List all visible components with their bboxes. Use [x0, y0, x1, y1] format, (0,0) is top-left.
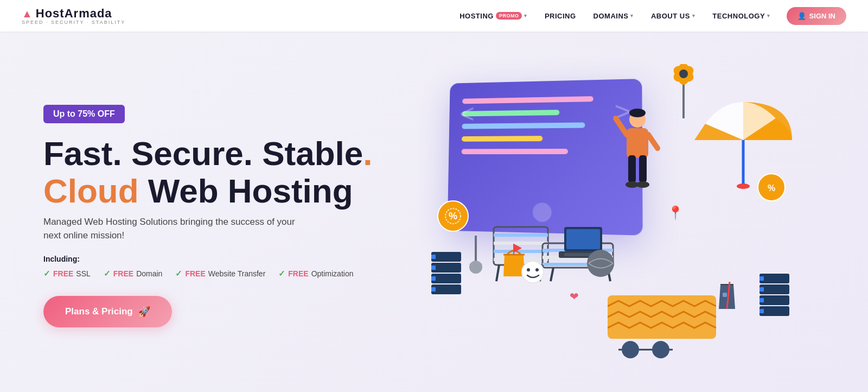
feature-optimization: ✓ FREE Optimization — [278, 269, 353, 279]
hero-section: Up to 75% OFF Fast. Secure. Stable. Clou… — [0, 31, 868, 392]
svg-rect-45 — [760, 287, 764, 292]
svg-text:%: % — [768, 184, 775, 193]
title-cloud: Cloud — [43, 172, 148, 210]
signin-label: SIGN IN — [809, 12, 835, 20]
svg-rect-43 — [760, 276, 764, 281]
check-icon: ✓ — [278, 269, 285, 279]
svg-rect-47 — [760, 298, 764, 302]
svg-point-57 — [587, 250, 614, 277]
svg-rect-44 — [760, 284, 789, 294]
svg-rect-10 — [639, 155, 647, 182]
feature-ssl: ✓ FREE SSL — [43, 269, 91, 279]
discount-badge: Up to 75% OFF — [43, 105, 125, 123]
hero-illustration: < > % — [391, 59, 825, 374]
svg-rect-48 — [760, 306, 789, 316]
svg-rect-56 — [608, 295, 716, 339]
server-stack-left — [429, 252, 464, 303]
navbar: ▲ HostArmada Speed · Security · Stabilit… — [0, 0, 868, 31]
shovel-decoration — [467, 236, 486, 276]
drink-cup — [716, 282, 738, 314]
svg-rect-46 — [760, 295, 789, 305]
svg-rect-37 — [431, 265, 436, 270]
nav-pricing-label: PRICING — [545, 12, 576, 20]
feature-transfer: ✓ FREE Website Transfer — [175, 269, 265, 279]
beach-ball — [586, 249, 616, 281]
nav-about[interactable]: ABOUT US ▾ — [644, 9, 701, 23]
logo-text: ▲ HostArmada — [22, 7, 112, 21]
svg-rect-40 — [431, 284, 461, 294]
features-row: ✓ FREE SSL ✓ FREE Domain ✓ FREE Website … — [43, 269, 391, 279]
rocket-icon: 🚀 — [138, 306, 150, 318]
svg-rect-51 — [566, 229, 600, 249]
plans-pricing-button[interactable]: Plans & Pricing 🚀 — [43, 296, 172, 327]
svg-rect-36 — [431, 263, 461, 273]
free-ssl-label: FREE — [53, 269, 73, 278]
svg-point-60 — [535, 268, 539, 271]
code-line — [462, 122, 585, 129]
transfer-text: Website Transfer — [208, 269, 266, 278]
svg-point-18 — [679, 69, 688, 78]
logo-icon: ▲ — [22, 8, 33, 20]
chevron-down-icon: ▾ — [692, 13, 695, 18]
nav-about-label: ABOUT US — [651, 12, 690, 20]
svg-line-8 — [648, 135, 658, 148]
hero-content: Up to 75% OFF Fast. Secure. Stable. Clou… — [43, 105, 391, 327]
nav-technology-label: TECHNOLOGY — [712, 12, 765, 20]
bracket-left-icon: < — [459, 98, 475, 129]
svg-rect-67 — [723, 293, 727, 297]
svg-rect-9 — [628, 155, 636, 182]
promo-badge: PROMO — [496, 12, 522, 20]
free-transfer-label: FREE — [185, 269, 205, 278]
gear-badge-left: % — [437, 200, 469, 235]
nav-technology[interactable]: TECHNOLOGY ▾ — [706, 9, 776, 23]
code-line — [462, 110, 560, 116]
svg-rect-35 — [431, 255, 436, 259]
hero-subtitle: Managed Web Hosting Solutions bringing t… — [43, 215, 304, 243]
free-optimization-label: FREE — [288, 269, 308, 278]
chevron-down-icon: ▾ — [524, 13, 527, 18]
gear-badge-right: % — [757, 173, 787, 205]
svg-line-32 — [551, 268, 553, 281]
sunglasses-decoration — [618, 339, 673, 363]
location-pin-icon: 📍 — [667, 205, 684, 220]
check-icon: ✓ — [175, 269, 182, 279]
including-label: Including: — [43, 255, 391, 263]
code-line — [462, 96, 593, 104]
svg-point-58 — [522, 261, 544, 283]
palm-decoration — [662, 64, 705, 121]
person-illustration — [613, 108, 662, 202]
heart-decoration: ❤ — [570, 290, 579, 303]
nav-pricing[interactable]: PRICING — [538, 9, 583, 23]
logo-tagline: Speed · Security · Stability — [22, 20, 125, 25]
svg-point-13 — [629, 109, 646, 117]
svg-rect-38 — [431, 274, 461, 283]
svg-rect-49 — [760, 309, 764, 313]
svg-point-61 — [622, 341, 639, 358]
svg-point-20 — [737, 184, 750, 189]
svg-rect-6 — [627, 128, 648, 158]
code-line — [462, 136, 542, 142]
monitor-circle — [533, 203, 552, 222]
server-stack-right — [757, 274, 792, 325]
chevron-down-icon: ▾ — [767, 13, 770, 18]
hero-title: Fast. Secure. Stable. Cloud Web Hosting — [43, 135, 391, 209]
smiley-decoration — [521, 260, 545, 287]
domain-text: Domain — [136, 269, 162, 278]
beach-mat — [608, 290, 716, 346]
title-line1: Fast. Secure. Stable. — [43, 135, 373, 172]
svg-point-12 — [636, 181, 649, 188]
nav-hosting[interactable]: HOSTING PROMO ▾ — [453, 9, 534, 23]
signin-button[interactable]: 👤 SIGN IN — [787, 7, 846, 25]
svg-rect-42 — [760, 274, 789, 283]
logo-name: HostArmada — [36, 7, 112, 21]
svg-rect-41 — [431, 287, 436, 292]
check-icon: ✓ — [104, 269, 111, 279]
nav-domains[interactable]: DOMAINS ▾ — [587, 9, 640, 23]
svg-point-59 — [527, 268, 530, 271]
illustration-container: < > % — [412, 64, 803, 368]
free-domain-label: FREE — [113, 269, 133, 278]
logo[interactable]: ▲ HostArmada Speed · Security · Stabilit… — [22, 7, 125, 25]
nav-domains-label: DOMAINS — [593, 12, 629, 20]
feature-domain: ✓ FREE Domain — [104, 269, 163, 279]
nav-links: HOSTING PROMO ▾ PRICING DOMAINS ▾ ABOUT … — [453, 7, 846, 25]
